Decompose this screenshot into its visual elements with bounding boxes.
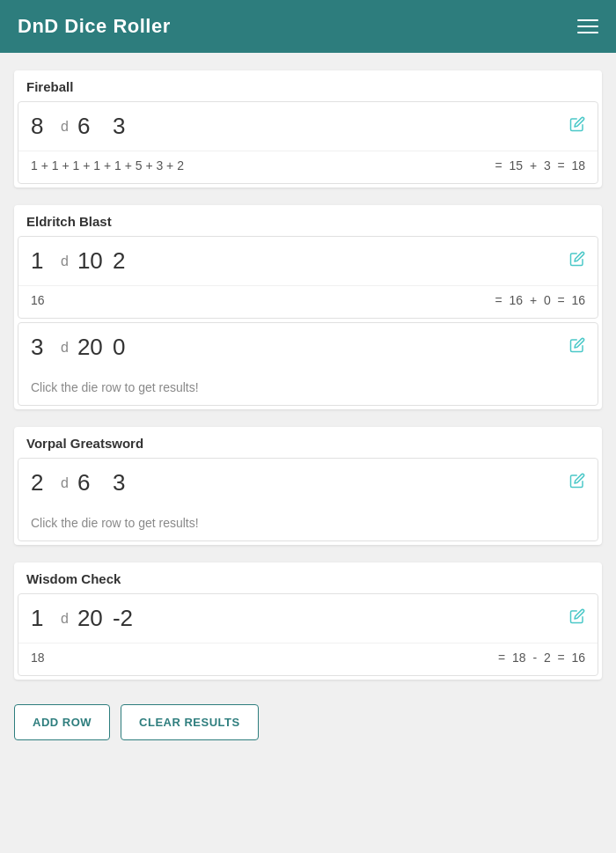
clear-results-button[interactable]: CLEAR RESULTS [121, 704, 259, 740]
result-row-wisdom-0: 18 = 18 - 2 = 16 [18, 643, 598, 675]
total: 16 [571, 651, 585, 665]
eq2: = [557, 651, 564, 665]
eq2: = [557, 293, 564, 307]
hamburger-menu-button[interactable] [577, 19, 598, 33]
placeholder-text-eldritch-1: Click the die row to get results! [18, 371, 598, 405]
pencil-svg [569, 608, 585, 624]
hamburger-line-1 [577, 19, 598, 21]
die-modifier: 2 [113, 247, 134, 275]
die-row-top: 8 d 6 3 [18, 102, 598, 151]
eq2: = [557, 158, 564, 173]
die-sides: 6 [77, 113, 106, 140]
die-sides: 6 [77, 469, 106, 496]
die-row-fireball-0[interactable]: 8 d 6 3 1 + 1 + 1 + 1 + 1 + 5 + 3 + 2 = … [18, 101, 598, 184]
num-dice: 1 [31, 247, 52, 275]
die-modifier: 0 [113, 334, 134, 361]
result-formula: 1 + 1 + 1 + 1 + 1 + 5 + 3 + 2 [31, 158, 184, 173]
pencil-svg [569, 473, 585, 489]
num-dice: 1 [31, 605, 52, 632]
die-modifier: 3 [113, 469, 134, 496]
pencil-svg [569, 251, 585, 267]
result-row-eldritch-0: 16 = 16 + 0 = 16 [18, 285, 598, 318]
die-row-top: 1 d 20 -2 [18, 594, 598, 643]
sum: 18 [512, 651, 526, 665]
group-label-eldritch-blast: Eldritch Blast [14, 205, 602, 236]
die-sides: 20 [77, 334, 106, 361]
mod: 0 [544, 293, 551, 307]
die-row-wisdom-0[interactable]: 1 d 20 -2 18 = 18 - 2 = [18, 593, 598, 676]
result-formula: 16 [31, 293, 45, 307]
mod: 2 [544, 651, 551, 665]
total: 18 [571, 158, 585, 173]
die-d-label: d [61, 254, 69, 269]
die-d-label: d [61, 340, 69, 356]
edit-icon[interactable] [569, 251, 585, 271]
edit-icon[interactable] [569, 116, 585, 136]
group-label-wisdom: Wisdom Check [14, 563, 602, 593]
die-modifier: 3 [113, 113, 134, 140]
die-row-eldritch-0[interactable]: 1 d 10 2 16 = 16 + 0 = [18, 236, 598, 319]
eq1: = [498, 651, 505, 665]
app-header: DnD Dice Roller [0, 0, 616, 53]
num-dice: 3 [31, 334, 52, 361]
group-wisdom-check: Wisdom Check 1 d 20 -2 18 = 18 [14, 563, 602, 680]
die-modifier: -2 [113, 605, 134, 632]
pencil-svg [569, 116, 585, 132]
result-total: = 16 + 0 = 16 [495, 293, 585, 307]
die-row-vorpal-0[interactable]: 2 d 6 3 Click the die row to get results… [18, 458, 598, 541]
group-label-vorpal: Vorpal Greatsword [14, 427, 602, 458]
hamburger-line-2 [577, 26, 598, 27]
result-formula: 18 [31, 651, 45, 665]
plus: + [530, 158, 537, 173]
eq1: = [495, 158, 502, 173]
group-eldritch-blast: Eldritch Blast 1 d 10 2 16 = 16 [14, 205, 602, 409]
plus: + [530, 293, 537, 307]
add-row-button[interactable]: ADD ROW [14, 704, 110, 740]
num-dice: 2 [31, 469, 52, 496]
die-row-top: 2 d 6 3 [18, 459, 598, 507]
die-d-label: d [61, 475, 69, 491]
mod: 3 [544, 158, 551, 173]
bottom-bar: ADD ROW CLEAR RESULTS [0, 697, 616, 758]
die-sides: 10 [77, 247, 106, 275]
sum: 16 [510, 293, 524, 307]
num-dice: 8 [31, 113, 52, 140]
group-fireball: Fireball 8 d 6 3 1 + 1 + 1 + 1 + 1 + 5 +… [14, 70, 602, 188]
die-row-top: 3 d 20 0 [18, 323, 598, 371]
die-d-label: d [61, 611, 69, 627]
die-sides: 20 [77, 605, 106, 632]
edit-icon[interactable] [569, 473, 585, 493]
die-row-eldritch-1[interactable]: 3 d 20 0 Click the die row to get result… [18, 322, 598, 406]
result-row-fireball-0: 1 + 1 + 1 + 1 + 1 + 5 + 3 + 2 = 15 + 3 =… [18, 151, 598, 183]
app-title: DnD Dice Roller [18, 15, 171, 38]
edit-icon[interactable] [569, 337, 585, 357]
group-vorpal-greatsword: Vorpal Greatsword 2 d 6 3 Click the die … [14, 427, 602, 545]
result-total: = 18 - 2 = 16 [498, 651, 585, 665]
edit-icon[interactable] [569, 608, 585, 629]
eq1: = [495, 293, 502, 307]
minus: - [532, 651, 537, 665]
placeholder-text-vorpal-0: Click the die row to get results! [18, 507, 598, 540]
die-row-top: 1 d 10 2 [18, 237, 598, 285]
main-content: Fireball 8 d 6 3 1 + 1 + 1 + 1 + 1 + 5 +… [0, 53, 616, 697]
total: 16 [571, 293, 585, 307]
die-d-label: d [61, 119, 69, 135]
result-total: = 15 + 3 = 18 [495, 158, 585, 173]
group-label-fireball: Fireball [14, 70, 602, 101]
hamburger-line-3 [577, 32, 598, 33]
sum: 15 [510, 158, 524, 173]
pencil-svg [569, 337, 585, 353]
